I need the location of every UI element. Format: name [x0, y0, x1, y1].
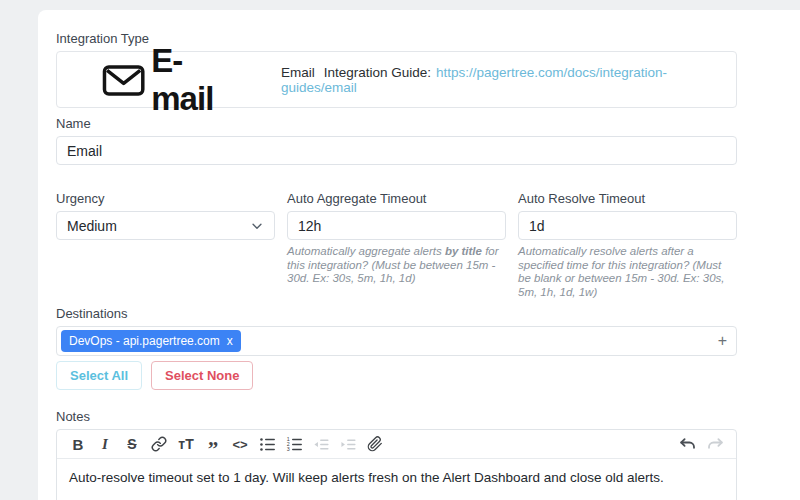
- auto-aggregate-help-bold: by title: [445, 245, 482, 257]
- auto-aggregate-input[interactable]: [287, 211, 506, 240]
- bullet-list-icon: [259, 436, 276, 453]
- paperclip-icon: [367, 436, 383, 452]
- svg-text:3: 3: [286, 446, 289, 452]
- auto-resolve-label: Auto Resolve Timeout: [518, 192, 737, 205]
- email-logo: E-mail: [101, 42, 243, 118]
- bold-icon: B: [73, 436, 84, 453]
- notes-editor: B I S тT ” <>: [56, 429, 737, 500]
- heading-icon: тT: [178, 436, 193, 452]
- quote-button[interactable]: ”: [202, 431, 224, 457]
- italic-button[interactable]: I: [94, 431, 116, 457]
- name-label: Name: [56, 117, 737, 130]
- number-list-button[interactable]: 1 2 3: [283, 431, 305, 457]
- number-list-icon: 1 2 3: [286, 436, 303, 453]
- auto-aggregate-help: Automatically aggregate alerts by title …: [287, 245, 506, 286]
- notes-label: Notes: [56, 410, 737, 423]
- auto-aggregate-label: Auto Aggregate Timeout: [287, 192, 506, 205]
- indent-icon: [340, 436, 357, 453]
- outdent-icon: [313, 436, 330, 453]
- heading-button[interactable]: тT: [175, 431, 197, 457]
- auto-resolve-column: Auto Resolve Timeout Automatically resol…: [518, 192, 737, 299]
- auto-resolve-input[interactable]: [518, 211, 737, 240]
- strikethrough-icon: S: [127, 436, 136, 452]
- italic-icon: I: [102, 436, 108, 453]
- urgency-label: Urgency: [56, 192, 275, 205]
- urgency-select[interactable]: Medium: [56, 211, 275, 240]
- select-none-button[interactable]: Select None: [151, 361, 253, 390]
- bullet-list-button[interactable]: [256, 431, 278, 457]
- name-section: Name: [56, 117, 737, 165]
- guide-integration-name: Email: [281, 65, 315, 80]
- add-destination-icon[interactable]: +: [718, 333, 727, 349]
- remove-destination-button[interactable]: x: [227, 335, 233, 347]
- bold-button[interactable]: B: [67, 431, 89, 457]
- integration-type-box: E-mail EmailIntegration Guide:https://pa…: [56, 51, 737, 108]
- destinations-field[interactable]: DevOps - api.pagertree.com x +: [56, 326, 737, 356]
- destination-tag-label: DevOps - api.pagertree.com: [69, 335, 220, 347]
- destination-buttons: Select All Select None: [56, 361, 737, 390]
- integration-guide: EmailIntegration Guide:https://pagertree…: [281, 65, 736, 95]
- redo-button[interactable]: [704, 431, 726, 457]
- auto-aggregate-help-pre: Automatically aggregate alerts: [287, 245, 445, 257]
- timeouts-row: Urgency Medium Auto Aggregate Timeout Au…: [56, 192, 737, 299]
- undo-button[interactable]: [677, 431, 699, 457]
- guide-label: Integration Guide:: [324, 65, 431, 80]
- urgency-selected-value: Medium: [67, 218, 117, 234]
- link-button[interactable]: [148, 431, 170, 457]
- destination-tag[interactable]: DevOps - api.pagertree.com x: [61, 330, 241, 352]
- integration-settings-card: Integration Type E-mail EmailIntegration…: [38, 10, 800, 500]
- form-content: Integration Type E-mail EmailIntegration…: [38, 10, 737, 500]
- redo-icon: [706, 435, 724, 453]
- notes-content[interactable]: Auto-resolve timeout set to 1 day. Will …: [57, 459, 736, 500]
- destinations-label: Destinations: [56, 307, 737, 320]
- indent-button[interactable]: [337, 431, 359, 457]
- strikethrough-button[interactable]: S: [121, 431, 143, 457]
- code-icon: <>: [232, 437, 247, 452]
- quote-icon: ”: [208, 435, 219, 454]
- attach-file-button[interactable]: [364, 431, 386, 457]
- email-logo-text: E-mail: [151, 42, 243, 118]
- undo-icon: [679, 435, 697, 453]
- auto-resolve-help: Automatically resolve alerts after a spe…: [518, 245, 737, 299]
- urgency-column: Urgency Medium: [56, 192, 275, 299]
- select-all-button[interactable]: Select All: [56, 361, 142, 390]
- outdent-button[interactable]: [310, 431, 332, 457]
- auto-aggregate-column: Auto Aggregate Timeout Automatically agg…: [287, 192, 506, 299]
- chevron-down-icon: [250, 219, 264, 233]
- envelope-icon: [101, 60, 146, 100]
- notes-toolbar: B I S тT ” <>: [57, 430, 736, 459]
- name-input[interactable]: [56, 136, 737, 165]
- code-button[interactable]: <>: [229, 431, 251, 457]
- link-icon: [151, 436, 167, 452]
